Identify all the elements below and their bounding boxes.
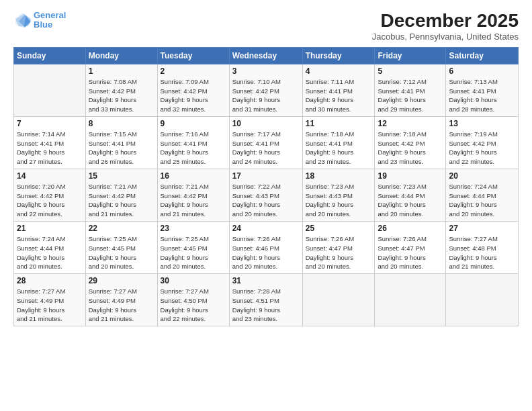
day-info: Sunrise: 7:24 AMSunset: 4:44 PMDaylight:… xyxy=(17,234,83,271)
day-number: 10 xyxy=(232,119,300,128)
calendar-week-row: 14Sunrise: 7:20 AMSunset: 4:42 PMDayligh… xyxy=(14,169,519,221)
calendar-week-row: 1Sunrise: 7:08 AMSunset: 4:42 PMDaylight… xyxy=(14,64,519,116)
day-number: 18 xyxy=(306,171,372,181)
calendar-day-cell: 15Sunrise: 7:21 AMSunset: 4:42 PMDayligh… xyxy=(85,169,157,221)
calendar-header-cell: Saturday xyxy=(446,47,519,64)
calendar-day-cell: 19Sunrise: 7:23 AMSunset: 4:44 PMDayligh… xyxy=(375,169,446,221)
day-number: 20 xyxy=(449,171,515,181)
calendar-day-cell: 28Sunrise: 7:27 AMSunset: 4:49 PMDayligh… xyxy=(14,274,86,326)
day-info: Sunrise: 7:26 AMSunset: 4:47 PMDaylight:… xyxy=(306,234,372,271)
day-info: Sunrise: 7:25 AMSunset: 4:45 PMDaylight:… xyxy=(161,234,226,271)
calendar-day-cell: 5Sunrise: 7:12 AMSunset: 4:41 PMDaylight… xyxy=(375,64,446,116)
day-info: Sunrise: 7:14 AMSunset: 4:41 PMDaylight:… xyxy=(17,130,83,167)
day-number: 3 xyxy=(232,66,300,76)
calendar-day-cell: 20Sunrise: 7:24 AMSunset: 4:44 PMDayligh… xyxy=(446,169,519,221)
calendar-day-cell: 29Sunrise: 7:27 AMSunset: 4:49 PMDayligh… xyxy=(85,274,157,326)
day-info: Sunrise: 7:18 AMSunset: 4:41 PMDaylight:… xyxy=(306,130,372,167)
calendar-day-cell xyxy=(302,274,375,326)
calendar-day-cell: 18Sunrise: 7:23 AMSunset: 4:43 PMDayligh… xyxy=(302,169,375,221)
day-number: 29 xyxy=(89,276,154,285)
title-block: December 2025 Jacobus, Pennsylvania, Uni… xyxy=(372,11,519,42)
day-number: 14 xyxy=(17,171,83,181)
day-info: Sunrise: 7:15 AMSunset: 4:41 PMDaylight:… xyxy=(89,130,154,167)
calendar-day-cell: 25Sunrise: 7:26 AMSunset: 4:47 PMDayligh… xyxy=(302,221,375,273)
calendar-week-row: 21Sunrise: 7:24 AMSunset: 4:44 PMDayligh… xyxy=(14,221,519,273)
day-number: 1 xyxy=(89,66,154,76)
calendar-day-cell: 10Sunrise: 7:17 AMSunset: 4:41 PMDayligh… xyxy=(229,116,302,169)
calendar-day-cell xyxy=(446,274,519,326)
day-info: Sunrise: 7:26 AMSunset: 4:46 PMDaylight:… xyxy=(232,234,300,271)
calendar-day-cell: 8Sunrise: 7:15 AMSunset: 4:41 PMDaylight… xyxy=(85,116,157,169)
day-info: Sunrise: 7:23 AMSunset: 4:44 PMDaylight:… xyxy=(378,182,443,219)
day-info: Sunrise: 7:09 AMSunset: 4:42 PMDaylight:… xyxy=(161,77,226,114)
day-number: 28 xyxy=(17,276,83,285)
day-number: 13 xyxy=(449,119,515,128)
calendar-day-cell: 7Sunrise: 7:14 AMSunset: 4:41 PMDaylight… xyxy=(14,116,86,169)
calendar-day-cell: 22Sunrise: 7:25 AMSunset: 4:45 PMDayligh… xyxy=(85,221,157,273)
day-number: 8 xyxy=(89,119,154,128)
calendar-day-cell: 26Sunrise: 7:26 AMSunset: 4:47 PMDayligh… xyxy=(375,221,446,273)
page: General Blue December 2025 Jacobus, Penn… xyxy=(0,0,532,411)
calendar-header-cell: Wednesday xyxy=(229,47,302,64)
calendar-week-row: 28Sunrise: 7:27 AMSunset: 4:49 PMDayligh… xyxy=(14,274,519,326)
calendar-day-cell: 4Sunrise: 7:11 AMSunset: 4:41 PMDaylight… xyxy=(302,64,375,116)
day-info: Sunrise: 7:27 AMSunset: 4:49 PMDaylight:… xyxy=(17,287,83,324)
logo-icon xyxy=(13,11,32,30)
day-info: Sunrise: 7:22 AMSunset: 4:43 PMDaylight:… xyxy=(232,182,300,219)
day-number: 22 xyxy=(89,224,154,233)
day-info: Sunrise: 7:18 AMSunset: 4:42 PMDaylight:… xyxy=(378,130,443,167)
day-number: 25 xyxy=(306,224,372,233)
calendar-subtitle: Jacobus, Pennsylvania, United States xyxy=(372,32,519,42)
day-info: Sunrise: 7:08 AMSunset: 4:42 PMDaylight:… xyxy=(89,77,154,114)
day-info: Sunrise: 7:27 AMSunset: 4:49 PMDaylight:… xyxy=(89,287,154,324)
day-info: Sunrise: 7:20 AMSunset: 4:42 PMDaylight:… xyxy=(17,182,83,219)
day-info: Sunrise: 7:25 AMSunset: 4:45 PMDaylight:… xyxy=(89,234,154,271)
calendar-header-row: SundayMondayTuesdayWednesdayThursdayFrid… xyxy=(14,47,519,64)
calendar-day-cell xyxy=(375,274,446,326)
day-info: Sunrise: 7:24 AMSunset: 4:44 PMDaylight:… xyxy=(449,182,515,219)
day-number: 2 xyxy=(161,66,226,76)
calendar-day-cell: 13Sunrise: 7:19 AMSunset: 4:42 PMDayligh… xyxy=(446,116,519,169)
calendar-table: SundayMondayTuesdayWednesdayThursdayFrid… xyxy=(13,47,519,326)
day-number: 5 xyxy=(378,66,443,76)
day-number: 26 xyxy=(378,224,443,233)
day-number: 11 xyxy=(306,119,372,128)
day-number: 30 xyxy=(161,276,226,285)
calendar-header-cell: Friday xyxy=(375,47,446,64)
logo: General Blue xyxy=(13,11,66,30)
day-number: 23 xyxy=(161,224,226,233)
calendar-day-cell: 27Sunrise: 7:27 AMSunset: 4:48 PMDayligh… xyxy=(446,221,519,273)
day-info: Sunrise: 7:10 AMSunset: 4:42 PMDaylight:… xyxy=(232,77,300,114)
calendar-day-cell: 11Sunrise: 7:18 AMSunset: 4:41 PMDayligh… xyxy=(302,116,375,169)
calendar-header-cell: Thursday xyxy=(302,47,375,64)
calendar-day-cell xyxy=(14,64,86,116)
calendar-day-cell: 1Sunrise: 7:08 AMSunset: 4:42 PMDaylight… xyxy=(85,64,157,116)
calendar-day-cell: 16Sunrise: 7:21 AMSunset: 4:42 PMDayligh… xyxy=(157,169,229,221)
day-number: 24 xyxy=(232,224,300,233)
calendar-header-cell: Sunday xyxy=(14,47,86,64)
day-number: 21 xyxy=(17,224,83,233)
day-info: Sunrise: 7:27 AMSunset: 4:48 PMDaylight:… xyxy=(449,234,515,271)
calendar-day-cell: 21Sunrise: 7:24 AMSunset: 4:44 PMDayligh… xyxy=(14,221,86,273)
day-number: 4 xyxy=(306,66,372,76)
calendar-week-row: 7Sunrise: 7:14 AMSunset: 4:41 PMDaylight… xyxy=(14,116,519,169)
day-number: 19 xyxy=(378,171,443,181)
day-number: 17 xyxy=(232,171,300,181)
day-number: 12 xyxy=(378,119,443,128)
calendar-day-cell: 23Sunrise: 7:25 AMSunset: 4:45 PMDayligh… xyxy=(157,221,229,273)
day-info: Sunrise: 7:13 AMSunset: 4:41 PMDaylight:… xyxy=(449,77,515,114)
day-info: Sunrise: 7:28 AMSunset: 4:51 PMDaylight:… xyxy=(232,287,300,324)
day-info: Sunrise: 7:11 AMSunset: 4:41 PMDaylight:… xyxy=(306,77,372,114)
logo-text: General Blue xyxy=(34,11,66,30)
day-number: 27 xyxy=(449,224,515,233)
day-info: Sunrise: 7:16 AMSunset: 4:41 PMDaylight:… xyxy=(161,130,226,167)
calendar-day-cell: 30Sunrise: 7:27 AMSunset: 4:50 PMDayligh… xyxy=(157,274,229,326)
calendar-header-cell: Monday xyxy=(85,47,157,64)
calendar-title: December 2025 xyxy=(372,11,519,32)
day-info: Sunrise: 7:26 AMSunset: 4:47 PMDaylight:… xyxy=(378,234,443,271)
calendar-day-cell: 6Sunrise: 7:13 AMSunset: 4:41 PMDaylight… xyxy=(446,64,519,116)
day-number: 7 xyxy=(17,119,83,128)
calendar-day-cell: 31Sunrise: 7:28 AMSunset: 4:51 PMDayligh… xyxy=(229,274,302,326)
calendar-day-cell: 9Sunrise: 7:16 AMSunset: 4:41 PMDaylight… xyxy=(157,116,229,169)
day-number: 31 xyxy=(232,276,300,285)
